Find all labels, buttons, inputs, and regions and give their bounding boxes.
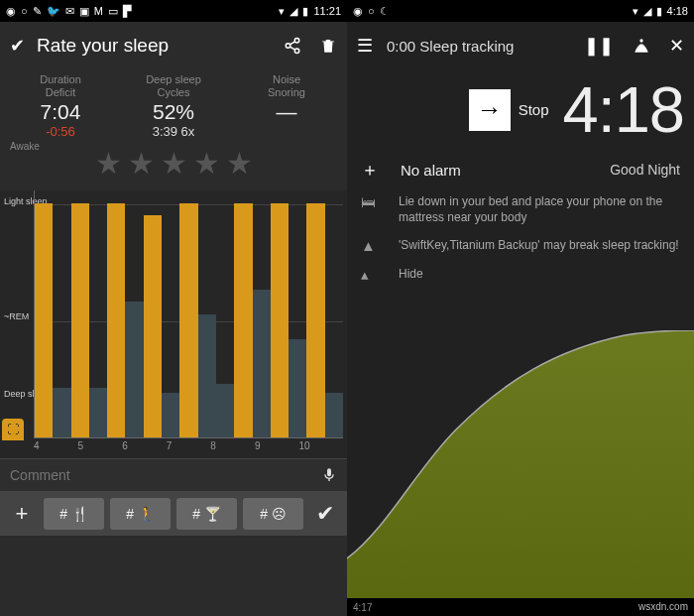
pencil-icon: ✎ [33,5,42,18]
share-icon[interactable] [284,37,301,55]
stat-duration: Duration Deficit 7:04 -0:56 [4,73,117,139]
alarm-row[interactable]: ＋ No alarm Good Night [347,144,694,187]
page-title: Rate your sleep [37,35,266,57]
sleep-chart[interactable]: Light sleep ~REM Deep sleep 45678910 ⛶ [0,190,347,458]
star-5[interactable]: ★ [226,146,253,181]
gmail-icon: M [94,5,103,17]
warning-icon: ▲ [361,237,381,254]
add-tag-button[interactable]: + [6,501,38,527]
ylabel-rem: ~REM [4,311,29,321]
star-2[interactable]: ★ [128,146,155,181]
star-1[interactable]: ★ [95,146,122,181]
svg-point-0 [294,39,299,44]
rating-stars[interactable]: ★ ★ ★ ★ ★ [0,146,347,181]
hide-row[interactable]: ▴ Hide [347,260,694,290]
signal-icon: ◢ [643,5,651,18]
check-icon[interactable]: ✔ [10,35,25,57]
confirm-tags-button[interactable]: ✔ [309,501,341,527]
app-bar: ✔ Rate your sleep [0,22,347,69]
wifi-icon: ▾ [633,5,638,18]
sleep-icon[interactable] [632,36,651,56]
moon-icon: ☾ [380,5,390,18]
square-icon: ▭ [108,5,118,18]
mic-icon[interactable] [321,465,337,485]
no-alarm-label: No alarm [401,162,610,179]
plus-icon[interactable]: ＋ [361,158,379,182]
arrow-right-icon: → [469,89,511,131]
status-bar: ◉ ○ ☾ ▾ ◢ ▮ 4:18 [347,0,694,22]
app-bar: ☰ 0:00 Sleep tracking ❚❚ ✕ [347,22,694,69]
battery-icon: ▮ [656,5,662,18]
status-time: 4:18 [667,5,688,17]
clock-row: → Stop 4:18 [347,69,694,144]
circle-icon: ○ [21,5,28,17]
stat-deep-sleep: Deep sleep Cycles 52% 3:39 6x [117,73,230,139]
circle-icon: ○ [368,5,375,17]
pause-icon[interactable]: ❚❚ [584,35,614,57]
stop-button[interactable]: → Stop [469,89,549,131]
left-screenshot: ◉ ○ ✎ 🐦 ✉ ▣ M ▭ ▛ ▾ ◢ ▮ 11:21 ✔ Rate you… [0,0,347,616]
good-night-label: Good Night [610,162,680,178]
mail-icon: ✉ [65,5,74,18]
twitter-icon: 🐦 [47,5,60,18]
fullscreen-icon[interactable]: ⛶ [2,419,24,440]
signal-icon: ◢ [289,5,297,18]
flipboard-icon: ▛ [123,5,131,18]
page-title: 0:00 Sleep tracking [387,38,566,55]
tag-walk[interactable]: # 🚶 [110,498,171,530]
chevron-up-icon: ▴ [361,266,381,284]
star-4[interactable]: ★ [193,146,220,181]
hint-warning: ▲ 'SwiftKey,Titanium Backup' may break s… [347,231,694,260]
svg-point-5 [639,39,642,42]
stat-noise: Noise Snoring — [230,73,343,139]
stats-row: Duration Deficit 7:04 -0:56 Deep sleep C… [0,69,347,139]
svg-point-2 [294,49,299,54]
tag-bar: + # 🍴 # 🚶 # 🍸 # ☹ ✔ [0,492,347,536]
watermark: wsxdn.com [638,601,688,612]
trash-icon[interactable] [319,37,337,55]
comment-row [0,458,347,492]
right-screenshot: ◉ ○ ☾ ▾ ◢ ▮ 4:18 ☰ 0:00 Sleep tracking ❚… [347,0,694,616]
footer-time: 4:17 [353,602,372,613]
hint-lie-down: 🛏 Lie down in your bed and place your ph… [347,187,694,231]
status-bar: ◉ ○ ✎ 🐦 ✉ ▣ M ▭ ▛ ▾ ◢ ▮ 11:21 [0,0,347,22]
close-icon[interactable]: ✕ [669,35,684,57]
wifi-icon: ▾ [279,5,285,18]
star-3[interactable]: ★ [161,146,187,181]
current-time: 4:18 [562,77,684,142]
svg-point-1 [286,44,290,49]
bed-icon: 🛏 [361,193,381,210]
comment-input[interactable] [10,467,321,483]
tag-food[interactable]: # 🍴 [44,498,104,530]
sleep-wave-chart [347,330,694,598]
app-icon: ▣ [79,5,89,18]
tag-sad[interactable]: # ☹ [243,498,303,530]
status-time: 11:21 [313,5,341,17]
svg-line-4 [289,47,294,50]
cast-icon: ◉ [6,5,16,18]
battery-icon: ▮ [302,5,308,18]
cast-icon: ◉ [353,5,363,18]
svg-line-3 [289,42,294,45]
tag-drink[interactable]: # 🍸 [176,498,237,530]
menu-icon[interactable]: ☰ [357,35,373,57]
